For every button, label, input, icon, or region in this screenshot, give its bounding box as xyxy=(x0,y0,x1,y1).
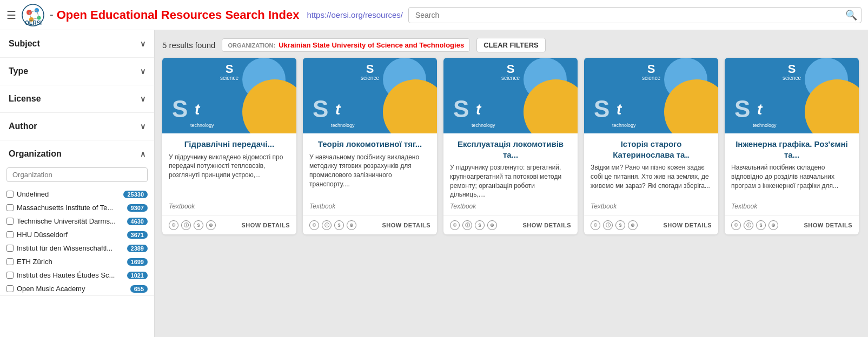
org-list-item: Undefined 25330 xyxy=(5,187,149,201)
card-desc: Навчальний посібник складено відповідно … xyxy=(731,163,852,199)
card-title: Гідравлічні передачі... xyxy=(169,139,290,150)
chevron-license: ∨ xyxy=(140,95,145,103)
card-footer: © ⓘ $ ⊕ SHOW DETAILS xyxy=(443,215,578,234)
org-item-count: 655 xyxy=(130,285,148,293)
filter-header-subject[interactable]: Subject ∨ xyxy=(0,30,154,57)
filter-header-author[interactable]: Author ∨ xyxy=(0,113,154,140)
org-item-left: HHU Düsseldorf xyxy=(6,231,68,239)
org-checkbox[interactable] xyxy=(6,258,14,265)
dollar-icon: $ xyxy=(334,220,344,230)
show-details-button[interactable]: SHOW DETAILS xyxy=(382,222,430,228)
card-body: Теорія локомотивної тяг... У навчальному… xyxy=(303,133,437,215)
hamburger-menu[interactable]: ☰ xyxy=(6,9,16,22)
org-checkbox[interactable] xyxy=(6,285,14,292)
search-button[interactable]: 🔍 xyxy=(845,9,857,21)
filter-label-license: License xyxy=(9,94,41,104)
show-details-button[interactable]: SHOW DETAILS xyxy=(241,222,290,228)
org-item-count: 25330 xyxy=(123,191,148,198)
card-footer: © ⓘ $ ⊕ SHOW DETAILS xyxy=(725,215,859,234)
topbar-title-area: - Open Educational Resources Search Inde… xyxy=(50,8,403,22)
card-img-s-letter: S xyxy=(647,62,655,76)
card-body: Інженерна графіка. Роз'ємні та... Навчал… xyxy=(725,133,859,215)
search-area: 🔍 xyxy=(408,7,862,23)
filter-header-type[interactable]: Type ∨ xyxy=(0,58,154,85)
card-img-white-s: S xyxy=(453,96,469,123)
filter-header-organization[interactable]: Organization ∧ xyxy=(0,140,154,167)
card-img-science-text: science xyxy=(220,75,238,81)
dollar-icon: $ xyxy=(756,220,766,230)
search-input[interactable] xyxy=(408,7,862,23)
filter-section-organization: Organization ∧ Undefined 25330 Massachus… xyxy=(0,140,154,296)
org-checkbox[interactable] xyxy=(6,191,14,198)
show-details-button[interactable]: SHOW DETAILS xyxy=(804,222,852,228)
card-img-t-letter: t xyxy=(476,101,481,118)
card-desc: Звідки ми? Рано чи пізно кожен задає соб… xyxy=(591,163,712,199)
cc-icon: © xyxy=(731,220,741,230)
card-license-icons: © ⓘ $ ⊕ xyxy=(731,220,778,230)
org-item-left: Institut des Hautes Études Sc... xyxy=(6,271,115,279)
org-item-count: 9307 xyxy=(127,204,148,212)
filter-section-author: Author ∨ xyxy=(0,113,154,140)
oersi-logo-icon: OERSI xyxy=(22,4,44,26)
org-search-input[interactable] xyxy=(6,167,148,182)
resource-card: S science S t technology Експлуатація ло… xyxy=(443,58,578,234)
card-img-science-text: science xyxy=(783,75,801,81)
org-item-label: Technische Universität Darms... xyxy=(17,217,116,225)
card-img-tech-text: technology xyxy=(753,123,777,128)
show-details-button[interactable]: SHOW DETAILS xyxy=(663,222,712,228)
card-footer: © ⓘ $ ⊕ SHOW DETAILS xyxy=(303,215,437,234)
chevron-type: ∨ xyxy=(140,67,145,76)
info-icon: ⓘ xyxy=(603,220,613,230)
filter-header-license[interactable]: License ∨ xyxy=(0,85,154,112)
card-image: S science S t technology xyxy=(443,58,578,133)
main-layout: Subject ∨ Type ∨ License ∨ Author ∨ xyxy=(0,30,868,337)
org-list-item: ETH Zürich 1699 xyxy=(5,255,149,268)
topbar-title: Open Educational Resources Search Index xyxy=(57,8,300,22)
org-item-label: ETH Zürich xyxy=(17,258,52,266)
org-checkbox[interactable] xyxy=(6,218,14,225)
card-img-t-letter: t xyxy=(195,101,200,118)
dollar-icon: $ xyxy=(615,220,625,230)
card-img-tech-text: technology xyxy=(190,123,214,128)
org-item-label: Institut für den Wissenschaftl... xyxy=(17,244,112,252)
org-item-label: Institut des Hautes Études Sc... xyxy=(17,271,115,279)
logo: OERSI xyxy=(22,4,44,26)
cc-icon: © xyxy=(169,220,178,230)
org-checkbox[interactable] xyxy=(6,272,14,279)
org-checkbox[interactable] xyxy=(6,245,14,252)
filter-label-type: Type xyxy=(9,66,28,76)
results-header: 5 results found ORGANIZATION: Ukrainian … xyxy=(162,38,860,52)
card-body: Гідравлічні передачі... У підручнику вик… xyxy=(162,133,296,215)
clear-filters-button[interactable]: CLEAR FILTERS xyxy=(476,38,546,52)
filter-section-license: License ∨ xyxy=(0,85,154,113)
org-item-count: 1021 xyxy=(127,272,148,279)
card-image: S science S t technology xyxy=(162,58,296,133)
info-icon: ⓘ xyxy=(181,220,191,230)
card-license-icons: © ⓘ $ ⊕ xyxy=(169,220,216,230)
card-type: Textbook xyxy=(731,203,852,210)
cc-icon: © xyxy=(591,220,600,230)
org-item-count: 3671 xyxy=(127,231,148,239)
svg-text:OERSI: OERSI xyxy=(25,20,42,26)
dollar-icon: $ xyxy=(475,220,485,230)
filter-section-type: Type ∨ xyxy=(0,58,154,85)
filter-label-subject: Subject xyxy=(9,39,40,49)
org-item-left: Open Music Academy xyxy=(6,285,85,293)
card-img-white-s: S xyxy=(734,96,750,123)
card-title: Теорія локомотивної тяг... xyxy=(309,139,430,150)
org-item-count: 4630 xyxy=(127,218,148,225)
org-list-item: Open Music Academy 655 xyxy=(5,282,149,295)
chevron-organization: ∧ xyxy=(140,150,145,158)
show-details-button[interactable]: SHOW DETAILS xyxy=(522,222,571,228)
org-item-left: Technische Universität Darms... xyxy=(6,217,116,225)
topbar-dash: - xyxy=(50,9,54,21)
card-license-icons: © ⓘ $ ⊕ xyxy=(309,220,356,230)
org-item-count: 1699 xyxy=(127,258,148,266)
filter-tag-label: ORGANIZATION: xyxy=(228,42,275,49)
org-checkbox[interactable] xyxy=(6,231,14,238)
org-checkbox[interactable] xyxy=(6,204,14,211)
org-list-item: Technische Universität Darms... 4630 xyxy=(5,214,149,228)
card-img-tech-text: technology xyxy=(612,123,636,128)
info-icon: ⓘ xyxy=(462,220,472,230)
org-list-item: Institut des Hautes Études Sc... 1021 xyxy=(5,268,149,282)
